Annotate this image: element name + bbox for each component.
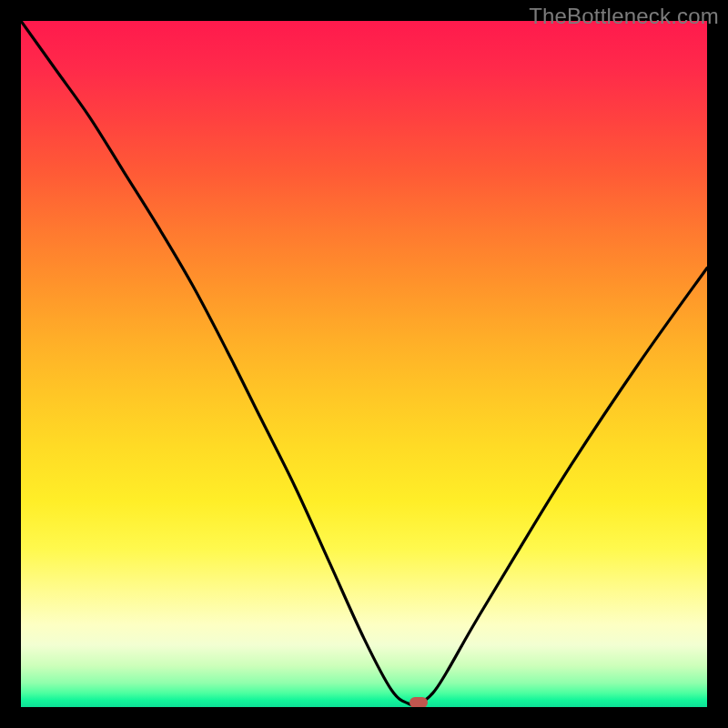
plot-area: [21, 21, 707, 707]
watermark-text: TheBottleneck.com: [529, 4, 719, 29]
bottleneck-curve: [21, 21, 707, 707]
chart-frame: TheBottleneck.com: [0, 0, 728, 728]
optimum-marker: [410, 697, 428, 707]
